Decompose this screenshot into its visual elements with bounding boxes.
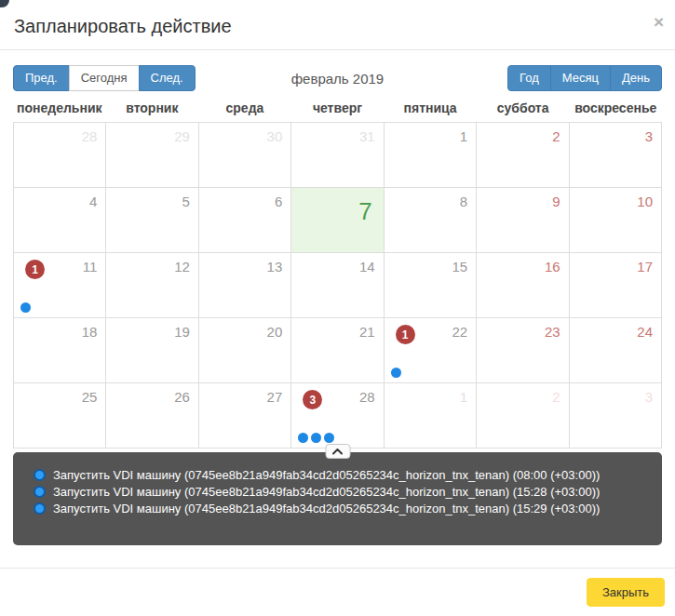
schedule-action-modal: Запланировать действие × Пред. Сегодня С… bbox=[0, 0, 675, 616]
day-number: 24 bbox=[637, 324, 653, 340]
calendar-day-cell[interactable]: 15 bbox=[385, 253, 477, 318]
calendar-day-cell[interactable]: 28 bbox=[14, 123, 106, 188]
day-number: 13 bbox=[267, 259, 283, 275]
weekday-header-row: понедельниквторниксредачетвергпятницасуб… bbox=[13, 95, 662, 122]
event-text: Запустить VDI машину (0745ee8b21a949fab3… bbox=[53, 502, 600, 516]
calendar-day-cell[interactable]: 24 bbox=[570, 318, 662, 383]
event-count-badge: 3 bbox=[303, 390, 322, 409]
month-view-button[interactable]: Месяц bbox=[550, 65, 611, 91]
calendar-day-cell[interactable]: 27 bbox=[199, 383, 291, 449]
weekday-header: вторник bbox=[106, 100, 199, 115]
day-number: 28 bbox=[82, 128, 98, 144]
calendar-day-cell[interactable]: 17 bbox=[570, 253, 662, 318]
day-number: 10 bbox=[637, 194, 653, 209]
event-count-badge: 1 bbox=[396, 325, 415, 344]
day-number: 25 bbox=[82, 389, 98, 405]
event-item[interactable]: Запустить VDI машину (0745ee8b21a949fab3… bbox=[34, 483, 653, 500]
calendar-day-cell[interactable]: 10 bbox=[570, 188, 662, 253]
events-popover: Запустить VDI машину (0745ee8b21a949fab3… bbox=[13, 452, 662, 545]
day-number: 19 bbox=[174, 324, 190, 340]
day-number: 27 bbox=[267, 389, 283, 405]
calendar-day-cell[interactable]: 12 bbox=[106, 253, 198, 318]
event-dots bbox=[20, 302, 31, 313]
weekday-header: понедельник bbox=[13, 100, 106, 115]
event-bullet-icon bbox=[34, 486, 46, 498]
day-number: 8 bbox=[460, 194, 467, 209]
year-view-button[interactable]: Год bbox=[507, 65, 551, 91]
calendar-day-cell[interactable]: 1 bbox=[385, 383, 477, 449]
event-dot-icon bbox=[298, 433, 308, 443]
event-item[interactable]: Запустить VDI машину (0745ee8b21a949fab3… bbox=[34, 466, 653, 483]
modal-footer: Закрыть bbox=[0, 568, 675, 616]
weekday-header: четверг bbox=[291, 100, 385, 115]
day-number: 23 bbox=[545, 324, 560, 340]
day-view-button[interactable]: День bbox=[610, 65, 662, 91]
calendar-day-cell[interactable]: 18 bbox=[14, 318, 106, 383]
calendar-day-cell[interactable]: 111 bbox=[14, 253, 106, 318]
close-button[interactable]: Закрыть bbox=[587, 578, 665, 607]
day-number: 21 bbox=[359, 324, 375, 340]
calendar-day-cell[interactable]: 13 bbox=[199, 253, 291, 318]
day-number: 3 bbox=[645, 389, 653, 405]
day-number: 6 bbox=[275, 194, 282, 209]
collapse-events-button[interactable] bbox=[325, 444, 350, 459]
event-dot-icon bbox=[324, 433, 334, 443]
calendar-day-cell[interactable]: 122 bbox=[385, 318, 477, 383]
calendar-day-cell[interactable]: 29 bbox=[106, 123, 198, 188]
calendar-day-cell[interactable]: 30 bbox=[199, 123, 291, 188]
event-text: Запустить VDI машину (0745ee8b21a949fab3… bbox=[53, 485, 600, 499]
chevron-up-icon bbox=[332, 448, 344, 455]
calendar-day-cell[interactable]: 328 bbox=[291, 383, 384, 449]
calendar-day-cell[interactable]: 16 bbox=[477, 253, 569, 318]
calendar-grid: 2829303112345678910111121314151617181920… bbox=[13, 122, 662, 449]
calendar-day-cell[interactable]: 3 bbox=[570, 123, 662, 188]
event-text: Запустить VDI машину (0745ee8b21a949fab3… bbox=[53, 468, 600, 482]
close-icon[interactable]: × bbox=[654, 13, 664, 31]
calendar-day-cell[interactable]: 14 bbox=[291, 253, 384, 318]
calendar-day-cell[interactable]: 1 bbox=[385, 123, 477, 188]
day-number: 12 bbox=[174, 259, 190, 275]
calendar-day-cell[interactable]: 8 bbox=[385, 188, 477, 253]
day-number: 16 bbox=[545, 259, 560, 275]
day-number: 1 bbox=[460, 128, 467, 144]
calendar-day-cell[interactable]: 9 bbox=[477, 188, 569, 253]
day-number: 2 bbox=[552, 128, 560, 144]
weekday-header: воскресенье bbox=[569, 100, 662, 115]
day-number: 7 bbox=[358, 197, 371, 226]
calendar-day-cell[interactable]: 2 bbox=[477, 383, 569, 449]
calendar-day-cell[interactable]: 6 bbox=[199, 188, 291, 253]
calendar-day-cell[interactable]: 5 bbox=[106, 188, 198, 253]
day-number: 14 bbox=[359, 259, 375, 275]
event-dot-icon bbox=[391, 368, 401, 378]
day-number: 28 bbox=[359, 389, 375, 405]
calendar-day-cell[interactable]: 4 bbox=[14, 188, 106, 253]
day-number: 26 bbox=[174, 389, 190, 405]
events-panel: Запустить VDI машину (0745ee8b21a949fab3… bbox=[13, 452, 662, 545]
day-number: 18 bbox=[82, 324, 98, 340]
weekday-header: пятница bbox=[384, 100, 477, 115]
modal-body: Пред. Сегодня След. февраль 2019 Год Мес… bbox=[0, 50, 675, 545]
event-item[interactable]: Запустить VDI машину (0745ee8b21a949fab3… bbox=[34, 500, 653, 516]
calendar-day-cell[interactable]: 7 bbox=[291, 188, 384, 253]
calendar-day-cell[interactable]: 20 bbox=[199, 318, 291, 383]
day-number: 9 bbox=[552, 194, 560, 209]
event-bullet-icon bbox=[34, 502, 46, 515]
weekday-header: среда bbox=[198, 100, 291, 115]
modal-title: Запланировать действие bbox=[14, 16, 661, 37]
modal-header: Запланировать действие × bbox=[0, 0, 675, 50]
calendar-day-cell[interactable]: 19 bbox=[106, 318, 198, 383]
event-count-badge: 1 bbox=[25, 260, 45, 279]
calendar-toolbar: Пред. Сегодня След. февраль 2019 Год Мес… bbox=[13, 65, 662, 91]
view-button-group: Год Месяц День bbox=[507, 65, 662, 91]
calendar-day-cell[interactable]: 21 bbox=[291, 318, 384, 383]
calendar-day-cell[interactable]: 2 bbox=[477, 123, 569, 188]
day-number: 20 bbox=[267, 324, 283, 340]
calendar-day-cell[interactable]: 25 bbox=[14, 383, 106, 449]
day-number: 3 bbox=[645, 128, 653, 144]
calendar-day-cell[interactable]: 26 bbox=[106, 383, 198, 449]
calendar-day-cell[interactable]: 3 bbox=[570, 383, 662, 449]
event-bullet-icon bbox=[34, 469, 46, 481]
calendar-day-cell[interactable]: 23 bbox=[477, 318, 569, 383]
calendar-day-cell[interactable]: 31 bbox=[291, 123, 384, 188]
day-number: 5 bbox=[182, 194, 190, 209]
